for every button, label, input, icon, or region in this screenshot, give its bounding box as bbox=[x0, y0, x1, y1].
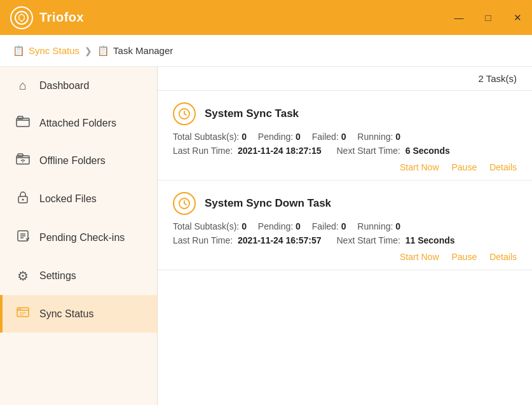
sidebar-label-settings: Settings bbox=[39, 270, 76, 282]
breadcrumb-label-1: Sync Status bbox=[29, 45, 79, 56]
main-layout: ⌂ Dashboard Attached Folders bbox=[0, 67, 532, 405]
svg-rect-2 bbox=[18, 116, 23, 119]
last-run-value-2: 2021-11-24 16:57:57 bbox=[238, 235, 322, 245]
running-value-2: 0 bbox=[395, 221, 400, 231]
failed-value-2: 0 bbox=[341, 221, 346, 231]
sidebar-item-locked-files[interactable]: Locked Files bbox=[0, 179, 157, 218]
sidebar-label-sync-status: Sync Status bbox=[39, 308, 93, 320]
total-subtasks-label-1: Total Subtask(s): bbox=[173, 132, 239, 142]
svg-point-7 bbox=[22, 199, 24, 201]
running-label-1: Running: bbox=[357, 132, 393, 142]
task-card-1: System Sync Task Total Subtask(s): 0 Pen… bbox=[158, 91, 532, 181]
total-subtasks-value-1: 0 bbox=[242, 132, 247, 142]
sidebar-label-offline-folders: Offline Folders bbox=[39, 155, 106, 167]
lock-icon bbox=[15, 191, 31, 207]
app-name: Triofox bbox=[39, 10, 84, 25]
task-count: 2 Task(s) bbox=[478, 73, 517, 84]
attached-folders-icon bbox=[15, 116, 31, 130]
sidebar-item-settings[interactable]: ⚙ Settings bbox=[0, 257, 157, 295]
breadcrumb-task-manager: 📋 Task Manager bbox=[97, 45, 173, 57]
next-start-value-2: 11 Seconds bbox=[406, 235, 455, 245]
sidebar-item-attached-folders[interactable]: Attached Folders bbox=[0, 104, 157, 142]
task-card-2: System Sync Down Task Total Subtask(s): … bbox=[158, 181, 532, 270]
home-icon: ⌂ bbox=[15, 78, 31, 93]
failed-label-1: Failed: bbox=[312, 132, 339, 142]
task-header-1: System Sync Task bbox=[173, 102, 517, 125]
task-time-2: Last Run Time: 2021-11-24 16:57:57 Next … bbox=[173, 235, 517, 245]
task-clock-icon-2 bbox=[173, 192, 196, 215]
next-start-label-1: Next Start Time: bbox=[336, 146, 400, 156]
task-clock-icon-1 bbox=[173, 102, 196, 125]
breadcrumb-icon-1: 📋 bbox=[13, 45, 25, 57]
start-now-button-1[interactable]: Start Now bbox=[400, 162, 439, 172]
sync-status-icon bbox=[15, 306, 31, 321]
breadcrumb-separator: ❯ bbox=[85, 46, 92, 56]
svg-rect-1 bbox=[17, 118, 29, 127]
window-controls: — □ ✕ bbox=[444, 0, 532, 35]
next-start-value-1: 6 Seconds bbox=[406, 146, 450, 156]
svg-rect-4 bbox=[18, 154, 23, 156]
total-subtasks-value-2: 0 bbox=[242, 221, 247, 231]
task-title-2: System Sync Down Task bbox=[205, 197, 331, 210]
sidebar-label-attached-folders: Attached Folders bbox=[39, 118, 116, 129]
task-title-1: System Sync Task bbox=[205, 107, 299, 120]
pause-button-1[interactable]: Pause bbox=[452, 162, 477, 172]
task-actions-1: Start Now Pause Details bbox=[173, 156, 517, 172]
sidebar: ⌂ Dashboard Attached Folders bbox=[0, 67, 158, 405]
offline-folders-icon bbox=[15, 153, 31, 168]
sidebar-label-dashboard: Dashboard bbox=[39, 80, 89, 92]
details-button-2[interactable]: Details bbox=[489, 252, 517, 262]
maximize-button[interactable]: □ bbox=[474, 0, 503, 35]
last-run-label-1: Last Run Time: bbox=[173, 146, 233, 156]
breadcrumb-label-2: Task Manager bbox=[113, 45, 173, 56]
breadcrumb-sync-status[interactable]: 📋 Sync Status bbox=[13, 45, 79, 57]
sidebar-item-pending-checkins[interactable]: Pending Check-ins bbox=[0, 218, 157, 257]
title-bar: Triofox — □ ✕ bbox=[0, 0, 532, 35]
svg-point-10 bbox=[18, 308, 20, 310]
last-run-value-1: 2021-11-24 18:27:15 bbox=[238, 146, 322, 156]
pause-button-2[interactable]: Pause bbox=[452, 252, 477, 262]
breadcrumb-icon-2: 📋 bbox=[97, 45, 109, 57]
task-time-1: Last Run Time: 2021-11-24 18:27:15 Next … bbox=[173, 146, 517, 156]
next-start-label-2: Next Start Time: bbox=[336, 235, 400, 245]
content-area: 2 Task(s) System Sync Task Total Subtask… bbox=[158, 67, 532, 405]
breadcrumb: 📋 Sync Status ❯ 📋 Task Manager bbox=[0, 35, 532, 67]
svg-point-11 bbox=[20, 308, 22, 310]
start-now-button-2[interactable]: Start Now bbox=[400, 252, 439, 262]
task-meta-1: Total Subtask(s): 0 Pending: 0 Failed: 0… bbox=[173, 132, 517, 142]
running-value-1: 0 bbox=[395, 132, 400, 142]
settings-icon: ⚙ bbox=[15, 268, 31, 284]
sidebar-item-dashboard[interactable]: ⌂ Dashboard bbox=[0, 67, 157, 104]
task-actions-2: Start Now Pause Details bbox=[173, 245, 517, 262]
running-label-2: Running: bbox=[357, 221, 393, 231]
last-run-label-2: Last Run Time: bbox=[173, 235, 233, 245]
minimize-button[interactable]: — bbox=[444, 0, 474, 35]
failed-value-1: 0 bbox=[341, 132, 346, 142]
sidebar-label-pending-checkins: Pending Check-ins bbox=[39, 232, 125, 244]
pending-value-1: 0 bbox=[296, 132, 301, 142]
svg-point-5 bbox=[22, 161, 24, 163]
pending-checkins-icon bbox=[15, 230, 31, 245]
sidebar-label-locked-files: Locked Files bbox=[39, 193, 97, 205]
sidebar-item-sync-status[interactable]: Sync Status bbox=[0, 295, 157, 333]
total-subtasks-label-2: Total Subtask(s): bbox=[173, 221, 239, 231]
close-button[interactable]: ✕ bbox=[503, 0, 532, 35]
task-meta-2: Total Subtask(s): 0 Pending: 0 Failed: 0… bbox=[173, 221, 517, 231]
details-button-1[interactable]: Details bbox=[489, 162, 517, 172]
task-count-bar: 2 Task(s) bbox=[158, 67, 532, 91]
pending-label-1: Pending: bbox=[258, 132, 293, 142]
title-bar-left: Triofox bbox=[0, 6, 84, 29]
sidebar-item-offline-folders[interactable]: Offline Folders bbox=[0, 142, 157, 179]
task-header-2: System Sync Down Task bbox=[173, 192, 517, 215]
failed-label-2: Failed: bbox=[312, 221, 339, 231]
pending-value-2: 0 bbox=[296, 221, 301, 231]
app-logo bbox=[10, 6, 33, 29]
pending-label-2: Pending: bbox=[258, 221, 293, 231]
